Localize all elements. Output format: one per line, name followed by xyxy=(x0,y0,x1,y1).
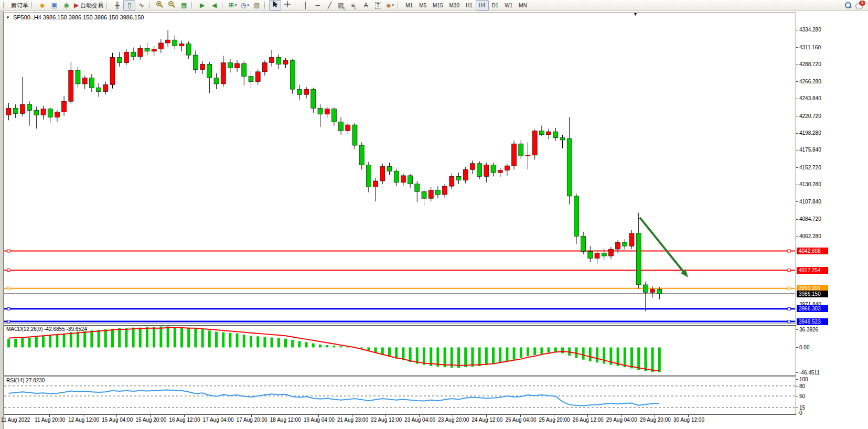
auto-scroll-button[interactable]: ▶ xyxy=(196,0,208,10)
candlestick-chart-button[interactable]: ▯ xyxy=(123,0,135,10)
line-handle[interactable] xyxy=(788,320,790,323)
signals-icon-icon: ◉ xyxy=(63,2,69,8)
chevron-down-icon: ▾ xyxy=(235,3,237,7)
crosshair-icon xyxy=(284,1,291,10)
text-label-icon: T xyxy=(375,2,381,9)
market-quotes-icon[interactable]: ◆ xyxy=(36,0,48,10)
line-handle[interactable] xyxy=(788,287,790,289)
line-price-label: 3949.523 xyxy=(797,318,828,325)
new-order-button[interactable]: 新订单 xyxy=(8,0,30,10)
line-chart-button[interactable]: ∿ xyxy=(135,0,147,10)
macd-label: MACD(12,26,9) -42.6855 -39.6524 xyxy=(6,326,87,332)
horizontal-line-button[interactable]: ─ xyxy=(312,0,324,10)
cursor-button[interactable] xyxy=(269,0,281,10)
signals-icon[interactable]: ◉ xyxy=(60,0,72,10)
market-quotes-icon-icon: ◆ xyxy=(40,2,45,8)
new-chart-icon: ⊞ xyxy=(229,2,234,8)
toolbar-grip xyxy=(295,2,297,9)
timeframe-h1-button[interactable]: H1 xyxy=(463,0,476,10)
toolbar-grip xyxy=(222,2,224,9)
trendline-button[interactable]: ╱ xyxy=(324,0,336,10)
notifications-button[interactable]: 1 xyxy=(854,0,866,10)
bar-marker-icon: ▼ xyxy=(633,12,638,17)
text-label-button[interactable]: T xyxy=(372,0,384,10)
timeframe-m30-button[interactable]: M30 xyxy=(446,0,463,10)
line-handle[interactable] xyxy=(788,269,790,272)
line-price-label: 4042.608 xyxy=(797,248,828,254)
chat-bubble-icon: 1 xyxy=(855,2,865,9)
chart-shift-button[interactable]: ◀ xyxy=(208,0,220,10)
arrows-button[interactable]: ◈▾ xyxy=(384,0,396,10)
price-tick xyxy=(796,236,798,237)
crosshair-button[interactable] xyxy=(281,0,293,10)
zoom-out-button[interactable] xyxy=(166,0,178,10)
line-handle[interactable] xyxy=(7,269,10,272)
toolbar-grip xyxy=(398,2,400,9)
price-tick xyxy=(796,219,798,220)
line-chart-icon: ∿ xyxy=(139,2,144,8)
bar-chart-button[interactable]: ╫ xyxy=(111,0,123,10)
timeframe-label: H1 xyxy=(464,3,474,8)
text-button[interactable]: A xyxy=(360,0,372,10)
equidistant-channel-button[interactable]: ▨E xyxy=(336,0,348,10)
button-label: 自动交易 xyxy=(80,2,103,9)
tile-windows-button[interactable]: ▦ xyxy=(178,0,190,10)
search-button[interactable] xyxy=(842,0,854,10)
timeframe-d1-button[interactable]: D1 xyxy=(489,0,502,10)
new-chart-button[interactable]: ⊞▾ xyxy=(227,0,239,10)
templates-icon: ▧ xyxy=(254,2,260,8)
chart-shift-icon: ◀ xyxy=(212,2,217,8)
arrows-icon: ◈ xyxy=(386,2,391,8)
timeframe-label: H4 xyxy=(477,3,487,8)
periods-button[interactable]: ◷▾ xyxy=(239,0,251,10)
templates-button[interactable]: ▧ xyxy=(251,0,263,10)
time-label: 25 Aug 20:00 xyxy=(539,417,570,423)
price-tick-label: 4266.280 xyxy=(799,79,821,84)
timeframe-h4-button[interactable]: H4 xyxy=(476,0,489,10)
macd-scale-tick xyxy=(796,347,798,348)
timeframe-mn-button[interactable]: MN xyxy=(516,0,530,10)
collapse-arrow-icon[interactable]: ▼ xyxy=(6,15,10,20)
zoom-out-icon xyxy=(168,1,176,10)
line-handle[interactable] xyxy=(788,307,790,310)
time-label: 19 Aug 04:00 xyxy=(304,417,335,423)
macd-pane-canvas[interactable] xyxy=(4,325,796,376)
time-label: 25 Aug 04:00 xyxy=(506,417,537,423)
line-handle[interactable] xyxy=(7,287,10,289)
zoom-in-icon xyxy=(156,1,164,10)
line-handle[interactable] xyxy=(7,320,10,323)
timeframe-label: M15 xyxy=(431,3,444,8)
price-tick-label: 4220.720 xyxy=(799,113,821,119)
toolbar-grip xyxy=(31,2,34,9)
timeframe-m1-button[interactable]: M1 xyxy=(402,0,416,10)
mt4-window: 新订单◆▣◉▶自动交易╫▯∿▦▶◀⊞▾◷▾▧│─╱▨E≡FAT◈▾M1M5M15… xyxy=(0,0,868,429)
toolbar-grip xyxy=(3,2,5,9)
vertical-line-button[interactable]: │ xyxy=(299,0,312,10)
zoom-in-button[interactable] xyxy=(154,0,166,10)
timeframe-w1-button[interactable]: W1 xyxy=(501,0,516,10)
price-tick-label: 4107.840 xyxy=(799,199,821,205)
price-tick-label: 4334.280 xyxy=(799,27,821,33)
time-label: 22 Aug 12:00 xyxy=(371,417,402,423)
price-tick-label: 4288.720 xyxy=(799,61,821,67)
line-handle[interactable] xyxy=(788,250,790,252)
fibonacci-button[interactable]: ≡F xyxy=(348,0,360,10)
chevron-down-icon: ▾ xyxy=(392,3,394,7)
line-price-label: 4017.254 xyxy=(797,267,828,274)
autotrading-button[interactable]: ▶自动交易 xyxy=(72,0,105,10)
time-label: 15 Aug 20:00 xyxy=(135,417,166,423)
timeframe-m5-button[interactable]: M5 xyxy=(416,0,430,10)
timeframe-label: M5 xyxy=(417,3,428,8)
line-handle[interactable] xyxy=(7,307,10,310)
current-price-label: 3986.150 xyxy=(797,291,828,297)
profile-window-icon[interactable]: ▣ xyxy=(48,0,60,10)
price-tick-label: 4311.160 xyxy=(799,45,821,50)
toolbar-grip xyxy=(149,2,151,9)
rsi-pane-canvas[interactable] xyxy=(4,377,796,415)
line-handle[interactable] xyxy=(7,250,10,252)
price-chart-canvas[interactable] xyxy=(4,13,796,324)
price-tick xyxy=(796,185,798,185)
price-tick-label: 4198.280 xyxy=(799,130,821,136)
rsi-scale-label: 0 xyxy=(799,410,802,416)
timeframe-m15-button[interactable]: M15 xyxy=(430,0,446,10)
